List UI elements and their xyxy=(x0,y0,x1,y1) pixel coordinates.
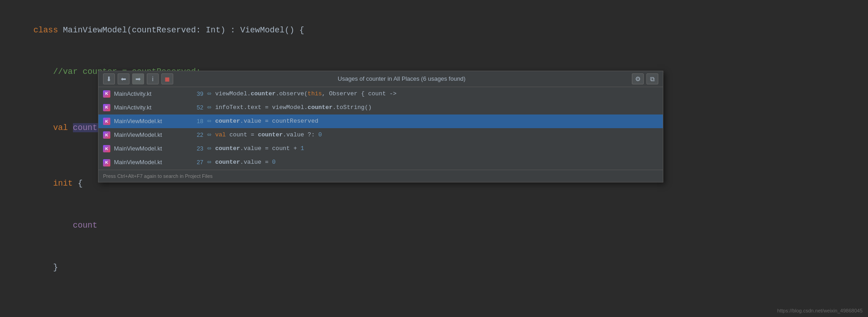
arrow-icon: ⬄ xyxy=(207,130,212,140)
popup-rows: K MainActivity.kt 39 ⬄ viewModel.counter… xyxy=(98,87,663,170)
arrow-icon: ⬄ xyxy=(207,89,212,99)
watermark: https://blog.csdn.net/weixin_49868045 xyxy=(777,308,863,313)
pin-button[interactable]: ⧉ xyxy=(646,73,658,84)
row-code: counter.value = countReserved xyxy=(215,116,318,126)
line-number: 27 xyxy=(191,157,203,167)
row-code: val count = counter.value ?: 0 xyxy=(215,130,322,140)
toolbar-btn-info[interactable]: i xyxy=(147,73,159,84)
kotlin-file-icon: K xyxy=(103,104,110,111)
settings-button[interactable]: ⚙ xyxy=(632,73,644,84)
code-line-1: class MainViewModel(countReserved: Int) … xyxy=(14,9,854,51)
popup-row-5[interactable]: K MainViewModel.kt 23 ⬄ counter.value = … xyxy=(98,142,663,156)
row-code: counter.value = count + 1 xyxy=(215,144,304,154)
file-name: MainViewModel.kt xyxy=(114,130,187,140)
code-line-10: fun plusO xyxy=(14,302,854,317)
toolbar-btn-stop[interactable]: ◼ xyxy=(161,73,173,84)
file-name: MainActivity.kt xyxy=(114,89,187,99)
line-number: 18 xyxy=(191,116,203,126)
row-code: infoText.text = viewModel.counter.toStri… xyxy=(215,103,372,113)
arrow-icon: ⬄ xyxy=(207,158,212,167)
popup-row-2[interactable]: K MainActivity.kt 52 ⬄ infoText.text = v… xyxy=(98,101,663,114)
file-name: MainActivity.kt xyxy=(114,103,187,113)
arrow-icon: ⬄ xyxy=(207,103,212,112)
row-code: viewModel.counter.observe(this, Observer… xyxy=(215,89,397,99)
file-name: MainViewModel.kt xyxy=(114,116,187,126)
popup-title: Usages of counter in All Places (6 usage… xyxy=(176,74,627,84)
popup-row-1[interactable]: K MainActivity.kt 39 ⬄ viewModel.counter… xyxy=(98,87,663,101)
arrow-icon: ⬄ xyxy=(207,144,212,153)
toolbar-btn-left[interactable]: ⬅ xyxy=(118,73,129,84)
line-number: 39 xyxy=(191,89,203,99)
kotlin-file-icon: K xyxy=(103,145,110,152)
line-number: 52 xyxy=(191,103,203,113)
usages-popup[interactable]: ⬇ ⬅ ➡ i ◼ Usages of counter in All Place… xyxy=(98,71,663,182)
file-name: MainViewModel.kt xyxy=(114,157,187,167)
kotlin-file-icon: K xyxy=(103,131,110,139)
toolbar-btn-down[interactable]: ⬇ xyxy=(103,73,115,84)
kotlin-file-icon: K xyxy=(103,90,110,98)
kotlin-file-icon: K xyxy=(103,118,110,125)
popup-row-4[interactable]: K MainViewModel.kt 22 ⬄ val count = coun… xyxy=(98,128,663,142)
popup-header: ⬇ ⬅ ➡ i ◼ Usages of counter in All Place… xyxy=(98,71,663,87)
footer-text: Press Ctrl+Alt+F7 again to search in Pro… xyxy=(103,173,212,179)
line-number: 23 xyxy=(191,144,203,154)
file-name: MainViewModel.kt xyxy=(114,144,187,154)
popup-row-3-selected[interactable]: K MainViewModel.kt 18 ⬄ counter.value = … xyxy=(98,114,663,128)
popup-footer: Press Ctrl+Alt+F7 again to search in Pro… xyxy=(98,170,663,182)
code-editor: class MainViewModel(countReserved: Int) … xyxy=(0,0,868,317)
code-line-7: count xyxy=(14,204,854,246)
toolbar-btn-right[interactable]: ➡ xyxy=(132,73,144,84)
line-number: 22 xyxy=(191,130,203,140)
arrow-icon: ⬄ xyxy=(207,117,212,126)
row-code: counter.value = 0 xyxy=(215,157,276,167)
kotlin-file-icon: K xyxy=(103,159,110,166)
popup-row-6[interactable]: K MainViewModel.kt 27 ⬄ counter.value = … xyxy=(98,156,663,169)
code-line-9 xyxy=(14,288,854,302)
code-line-8: } xyxy=(14,246,854,288)
